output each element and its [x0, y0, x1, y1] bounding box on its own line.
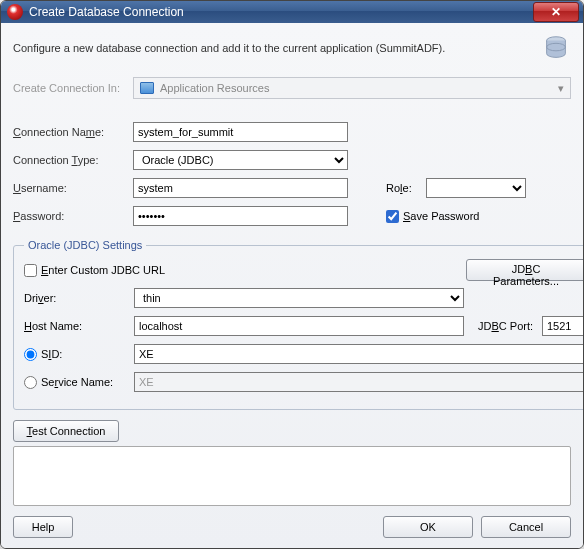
description-text: Configure a new database connection and …	[13, 42, 533, 54]
create-in-combo[interactable]: Application Resources ▾	[133, 77, 571, 99]
connection-type-label: Connection Type:	[13, 154, 133, 166]
password-row: Password: Save Password	[13, 205, 571, 227]
save-password-checkbox[interactable]: Save Password	[386, 210, 479, 223]
password-input[interactable]	[133, 206, 348, 226]
password-label: Password:	[13, 210, 133, 222]
custom-url-input[interactable]	[24, 264, 37, 277]
connection-name-row: Connection Name:	[13, 121, 571, 143]
role-label: Role:	[386, 182, 426, 194]
service-input	[134, 372, 584, 392]
sid-radio-input[interactable]	[24, 348, 37, 361]
service-label: Service Name:	[41, 376, 113, 388]
save-password-input[interactable]	[386, 210, 399, 223]
custom-url-row: Enter Custom JDBC URL JDBC Parameters...	[24, 259, 584, 281]
create-in-label: Create Connection In:	[13, 82, 133, 94]
username-input[interactable]	[133, 178, 348, 198]
window-title: Create Database Connection	[29, 5, 533, 19]
test-connection-button[interactable]: Test Connection	[13, 420, 119, 442]
description-row: Configure a new database connection and …	[13, 33, 571, 63]
connection-name-label: Connection Name:	[13, 126, 133, 138]
test-result-box	[13, 446, 571, 506]
folder-icon	[140, 82, 154, 94]
username-label: Username:	[13, 182, 133, 194]
sid-label: SID:	[41, 348, 62, 360]
connection-type-select[interactable]: Oracle (JDBC)	[133, 150, 348, 170]
jdbc-settings-fieldset: Oracle (JDBC) Settings Enter Custom JDBC…	[13, 239, 584, 410]
dialog-body: Configure a new database connection and …	[1, 23, 583, 548]
sid-row: SID:	[24, 343, 584, 365]
create-in-row: Create Connection In: Application Resour…	[13, 77, 571, 99]
host-input[interactable]	[134, 316, 464, 336]
save-password-label: Save Password	[403, 210, 479, 222]
dialog-window: Create Database Connection ✕ Configure a…	[0, 0, 584, 549]
close-icon: ✕	[551, 5, 561, 19]
jdbc-port-label: JDBC Port:	[478, 320, 542, 332]
sid-radio[interactable]: SID:	[24, 348, 134, 361]
service-row: Service Name:	[24, 371, 584, 393]
footer: Help OK Cancel	[13, 506, 571, 538]
cancel-button[interactable]: Cancel	[481, 516, 571, 538]
database-icon	[541, 33, 571, 63]
driver-row: Driver: thin	[24, 287, 584, 309]
jdbc-parameters-button[interactable]: JDBC Parameters...	[466, 259, 584, 281]
driver-label: Driver:	[24, 292, 134, 304]
titlebar: Create Database Connection ✕	[1, 1, 583, 23]
jdbc-settings-legend: Oracle (JDBC) Settings	[24, 239, 146, 251]
close-button[interactable]: ✕	[533, 2, 579, 22]
connection-type-row: Connection Type: Oracle (JDBC)	[13, 149, 571, 171]
jdbc-port-input[interactable]	[542, 316, 584, 336]
driver-select[interactable]: thin	[134, 288, 464, 308]
custom-url-checkbox[interactable]: Enter Custom JDBC URL	[24, 264, 165, 277]
sid-input[interactable]	[134, 344, 584, 364]
ok-button[interactable]: OK	[383, 516, 473, 538]
connection-name-input[interactable]	[133, 122, 348, 142]
custom-url-label: Enter Custom JDBC URL	[41, 264, 165, 276]
create-in-value: Application Resources	[160, 82, 269, 94]
role-select[interactable]	[426, 178, 526, 198]
username-row: Username: Role:	[13, 177, 571, 199]
chevron-down-icon: ▾	[558, 82, 564, 95]
service-radio-input[interactable]	[24, 376, 37, 389]
app-icon	[7, 4, 23, 20]
host-label: Host Name:	[24, 320, 134, 332]
service-radio[interactable]: Service Name:	[24, 376, 134, 389]
help-button[interactable]: Help	[13, 516, 73, 538]
host-row: Host Name: JDBC Port:	[24, 315, 584, 337]
